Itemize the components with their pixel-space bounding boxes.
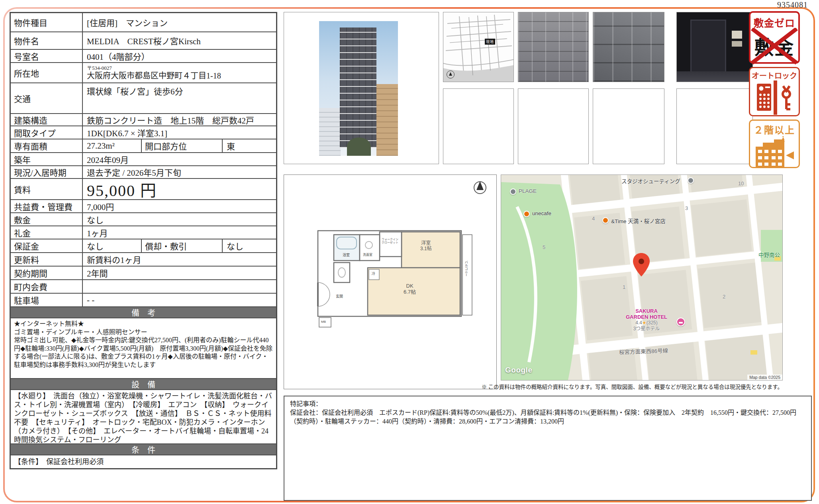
- floorplan: 洋室 3.1帖 DK 6.7帖 ウォークイン クローゼット 浴室 洗面室 玄関 …: [284, 175, 497, 389]
- poi-icon-cafe: [523, 211, 530, 217]
- poi-label-park: 中野南公: [758, 251, 780, 259]
- autolock-title: オートロック: [750, 70, 799, 80]
- table-row: 礼金1ヶ月: [11, 226, 276, 239]
- property-table: 物件種目[住居用] マンション 物件名MELDIA CREST桜ノ宮Kirsch…: [10, 12, 277, 469]
- table-row: 建築構造鉄筋コンクリート造 地上15階 総戸数42戸: [11, 113, 276, 126]
- room-label-mb: MB: [321, 320, 326, 324]
- table-row: 契約期間2年間: [11, 266, 276, 279]
- equipment-header: 設 備: [11, 378, 276, 389]
- conditions-header: 条 件: [11, 443, 276, 455]
- hotel-subtitle: 3つ星ホテル: [617, 326, 676, 332]
- compass-icon: [447, 71, 455, 78]
- poi-label-unecafe: unecafe: [532, 210, 551, 216]
- table-row-area: 専有面積 27.23m² 開口部方位 東: [11, 139, 276, 152]
- no-deposit-title: 敷金ゼロ: [750, 15, 798, 29]
- block-number: 2: [723, 294, 725, 300]
- room-label-bath: 浴室: [343, 253, 350, 257]
- road-label: 桜宮方面東西86号線: [619, 346, 668, 356]
- autolock-badge: オートロック: [749, 67, 800, 116]
- room-label-wash: 洗面室: [363, 253, 372, 257]
- empty-photo-box: [443, 88, 514, 164]
- sketch-lines: [443, 12, 514, 82]
- table-row: 号室名0401（4階部分）: [11, 49, 276, 62]
- table-row: 間取タイプ1DK[DK6.7 × 洋室3.1]: [11, 126, 276, 139]
- table-row: 駐車場- -: [11, 293, 276, 306]
- remarks-text: ★インターネット無料★ ゴミ置場・ディンプルキー・人感照明センサー 常時ゴミ出し…: [11, 318, 276, 378]
- room-label-fridge: 冷: [372, 272, 375, 276]
- entrance-photo: [676, 12, 753, 82]
- special-notes: 特記事項： 保証会社：保証会社利用必須 エポスカード(RP)保証料:賃料等の50…: [284, 396, 812, 501]
- table-row: 共益費・管理費7,000円: [11, 199, 276, 212]
- special-notes-body: 保証会社：保証会社利用必須 エポスカード(RP)保証料:賃料等の50%(最低2万…: [290, 408, 805, 426]
- table-row: 町内会費: [11, 279, 276, 293]
- google-logo: Google: [505, 366, 532, 375]
- table-row: 物件種目[住居用] マンション: [11, 13, 276, 31]
- poi-label-plage: PLAGE: [519, 188, 537, 194]
- map-disclaimer: ※ この資料は物件の概略紹介資料になります。写真、間取図面、設備、概要などが現況…: [284, 382, 783, 390]
- room-label-wic: ウォークイン クローゼット: [382, 238, 398, 244]
- room-label-balcony: バルコニー: [464, 261, 468, 277]
- table-row: 物件名MELDIA CREST桜ノ宮Kirsch: [11, 31, 276, 49]
- floorplan-drawing: [284, 175, 496, 388]
- site-marker: 現地: [485, 39, 495, 45]
- empty-photo-box: [518, 88, 589, 164]
- property-flyer: 9354081 物件種目[住居用] マンション 物件名MELDIA CREST桜…: [0, 0, 819, 504]
- entrance-door: [690, 20, 726, 73]
- poi-label-hotel: SAKURA GARDEN HOTEL 4.4★(325) 3つ星ホテル: [617, 308, 676, 332]
- poi-icon-plage: [510, 188, 516, 195]
- no-deposit-badge: 敷金ゼロ 敷金: [749, 11, 800, 64]
- autolock-icon: [754, 80, 794, 115]
- building-photo: [284, 12, 439, 164]
- red-cross-icon: [750, 28, 798, 65]
- conditions-text: 【条件】 保証会社利用必須: [11, 455, 276, 468]
- upper-floor-badge: ２階以上: [749, 120, 800, 168]
- poi-label-studio: スタジオシューティング: [621, 177, 680, 185]
- table-row-deposit: 保証金 なし 償却・敷引 なし: [11, 239, 276, 252]
- building-photo-image: [319, 21, 398, 156]
- location-map: スタジオシューティング 10 PLAGE unecafe 4 &Time 天満・…: [501, 175, 783, 380]
- table-row: 敷金なし: [11, 212, 276, 226]
- map-attribution: Map data ©2025: [747, 375, 782, 380]
- rent-value: 95,000 円: [83, 179, 276, 199]
- upper-floor-title: ２階以上: [750, 122, 799, 136]
- block-number: 1: [623, 284, 625, 290]
- empty-photo-box: [593, 88, 664, 164]
- delivery-lockers-photo: [593, 12, 664, 82]
- table-row: 更新料新賃料の1ヶ月: [11, 252, 276, 266]
- document-id: 9354081: [777, 0, 808, 10]
- empty-photo-box: [676, 88, 753, 164]
- block-number: 4: [592, 216, 595, 222]
- table-row: 交通環状線「桜ノ宮」徒歩6分: [11, 82, 276, 113]
- poi-label-andtime: &Time 天満・桜ノ宮店: [611, 217, 666, 225]
- room-label-western: 洋室 3.1帖: [420, 241, 432, 252]
- poi-icon-studio: [688, 177, 694, 184]
- hotel-bed-icon: [676, 318, 685, 326]
- block-number: 5: [543, 244, 545, 250]
- building-floors-icon: [753, 136, 795, 168]
- remarks-header: 備 考: [11, 306, 276, 318]
- table-row-rent: 賃料95,000 円: [11, 178, 276, 199]
- special-notes-title: 特記事項：: [290, 400, 805, 408]
- poi-icon-restaurant: [602, 217, 609, 224]
- room-label-dk: DK 6.7帖: [404, 283, 416, 295]
- table-row: 現況/入居時期退去予定 / 2026年5月下旬: [11, 165, 276, 178]
- equipment-text: 【水廻り】 洗面台（独立）・浴室乾燥機・シャワートイレ・洗髪洗面化粧台・バス・ト…: [11, 389, 276, 443]
- block-number: 3: [685, 205, 688, 211]
- room-label-entrance: 玄関: [336, 294, 343, 298]
- table-row-address: 所在地 〒534-0027 大阪府大阪市都島区中野町４丁目1-18: [11, 62, 276, 82]
- address: 大阪府大阪市都島区中野町４丁目1-18: [87, 71, 221, 80]
- hotel-rating: 4.4★(325): [617, 320, 676, 326]
- block-number: 10: [738, 180, 744, 186]
- table-row: 築年2024年09月: [11, 152, 276, 165]
- postal-code: 〒534-0027: [87, 65, 112, 71]
- mailboxes-photo: [518, 12, 589, 82]
- site-sketch-photo: 現地: [443, 12, 514, 82]
